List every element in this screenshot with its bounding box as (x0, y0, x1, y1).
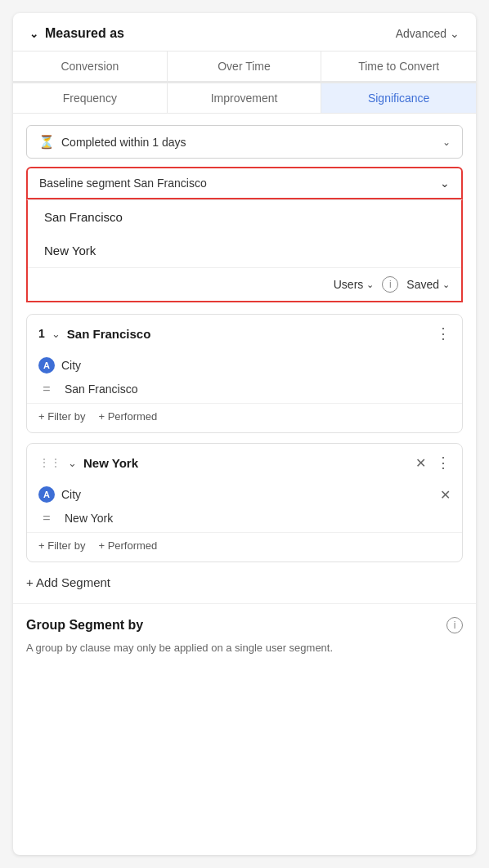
segment-1-property-row: A City (27, 352, 462, 378)
segment-2-property-close-icon[interactable]: ✕ (440, 487, 451, 503)
saved-dropdown[interactable]: Saved ⌄ (406, 278, 450, 291)
saved-label: Saved (406, 278, 439, 291)
segment-1-value: San Francisco (65, 383, 137, 396)
segment-2-filter-by-btn[interactable]: + Filter by (38, 539, 85, 552)
drag-handle-icon[interactable]: ⋮⋮ (38, 456, 61, 469)
users-dropdown[interactable]: Users ⌄ (334, 278, 375, 291)
segment-1-equals-sign: = (38, 382, 55, 396)
tab-improvement[interactable]: Improvement (168, 83, 322, 113)
timer-icon: ⏳ (38, 134, 55, 150)
users-label: Users (334, 278, 364, 291)
segment-block-1: 1 ⌄ San Francisco ⋮ A City = San Francis… (26, 314, 463, 433)
segment-header-2: ⋮⋮ ⌄ New York ✕ ⋮ (27, 444, 462, 481)
segment-2-filter-actions: + Filter by + Performed (27, 532, 462, 562)
tab-conversion[interactable]: Conversion (13, 51, 168, 82)
advanced-chevron-icon: ⌄ (450, 27, 460, 40)
segment-2-equals-row: = New York (27, 508, 462, 532)
filter-controls-partial: Users ⌄ i Saved ⌄ (28, 267, 461, 301)
segment-1-city-label: City (61, 359, 451, 372)
tabs-row-1: Conversion Over Time Time to Convert (13, 51, 476, 83)
group-segment-section: Group Segment by i A group by clause may… (13, 603, 476, 676)
segment-number-1: 1 (38, 327, 45, 340)
advanced-button[interactable]: Advanced ⌄ (396, 27, 460, 40)
group-segment-title: Group Segment by (26, 618, 143, 633)
baseline-option-san-francisco[interactable]: San Francisco (28, 200, 461, 234)
segment-name-new-york: New York (83, 456, 409, 470)
tab-frequency[interactable]: Frequency (13, 83, 168, 113)
segment-2-property-row: A City ✕ (27, 481, 462, 508)
completed-within-label: Completed within 1 days (61, 136, 186, 149)
tabs-row-2: Frequency Improvement Significance (13, 83, 476, 114)
segment-2-performed-btn[interactable]: + Performed (98, 539, 157, 552)
segment-2-equals-sign: = (38, 511, 55, 526)
segment-1-filter-by-btn[interactable]: + Filter by (38, 410, 85, 423)
segment-1-more-icon[interactable]: ⋮ (436, 324, 451, 342)
segments-area: 1 ⌄ San Francisco ⋮ A City = San Francis… (13, 314, 476, 562)
baseline-option-new-york[interactable]: New York (28, 234, 461, 267)
segment-2-value: New York (65, 512, 113, 525)
segment-block-2: ⋮⋮ ⌄ New York ✕ ⋮ A City ✕ = New York + … (26, 443, 463, 562)
baseline-segment-dropdown[interactable]: Baseline segment San Francisco ⌄ (28, 168, 461, 198)
advanced-label: Advanced (396, 27, 446, 40)
baseline-wrapper: Baseline segment San Francisco ⌄ San Fra… (26, 167, 463, 302)
info-icon[interactable]: i (382, 276, 398, 293)
segment-2-city-label: City (61, 488, 433, 501)
segment-header-1: 1 ⌄ San Francisco ⋮ (27, 315, 462, 352)
tab-significance[interactable]: Significance (321, 83, 476, 113)
add-segment-row: + Add Segment (13, 572, 476, 603)
users-chevron-icon: ⌄ (366, 280, 374, 290)
group-segment-header: Group Segment by i (26, 617, 463, 633)
segment-1-filter-actions: + Filter by + Performed (27, 403, 462, 432)
chevron-down-icon: ⌄ (29, 28, 38, 40)
segment-name-san-francisco: San Francisco (67, 327, 426, 341)
segment-2-close-icon[interactable]: ✕ (415, 455, 426, 471)
segment-1-equals-row: = San Francisco (27, 378, 462, 403)
segment-1-performed-btn[interactable]: + Performed (98, 410, 157, 423)
tab-over-time[interactable]: Over Time (168, 51, 322, 82)
baseline-dropdown-open: San Francisco New York Users ⌄ i Saved ⌄ (26, 199, 463, 302)
measured-as-label: Measured as (45, 26, 124, 41)
segment-2-more-icon[interactable]: ⋮ (436, 454, 451, 472)
add-segment-button[interactable]: + Add Segment (26, 575, 110, 589)
completed-chevron-icon: ⌄ (442, 136, 451, 148)
tab-time-to-convert[interactable]: Time to Convert (321, 51, 476, 82)
group-segment-info-icon[interactable]: i (446, 617, 463, 633)
segment-2-property-icon: A (38, 486, 55, 503)
segment-2-chevron-icon: ⌄ (68, 457, 77, 469)
baseline-segment-label: Baseline segment San Francisco (39, 177, 207, 190)
main-card: ⌄ Measured as Advanced ⌄ Conversion Over… (13, 13, 476, 855)
segment-1-property-icon: A (38, 357, 55, 374)
completed-within-dropdown[interactable]: ⏳ Completed within 1 days ⌄ (26, 125, 463, 159)
measured-as-header: ⌄ Measured as Advanced ⌄ (13, 13, 476, 51)
segment-1-chevron-icon: ⌄ (52, 328, 61, 340)
saved-chevron-icon: ⌄ (442, 280, 450, 290)
measured-as-title: ⌄ Measured as (29, 26, 124, 41)
group-segment-description: A group by clause may only be applied on… (26, 640, 463, 669)
baseline-chevron-icon: ⌄ (440, 177, 450, 190)
